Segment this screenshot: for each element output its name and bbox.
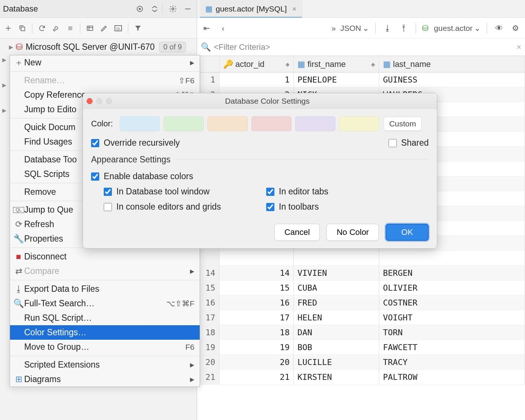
cell-first-name[interactable]: LUCILLE <box>294 355 379 369</box>
menu-diagrams[interactable]: ⊞Diagrams▸ <box>10 372 200 387</box>
color-swatch[interactable] <box>339 116 379 131</box>
color-swatch[interactable] <box>207 116 248 131</box>
gutter-header <box>197 56 219 72</box>
cell-actor-id[interactable]: 18 <box>219 325 294 340</box>
console-icon[interactable]: QL <box>112 22 124 34</box>
cell-last-name[interactable]: COSTNER <box>379 295 525 310</box>
edit-icon[interactable] <box>98 22 110 34</box>
col-last-name[interactable]: ▦last_name <box>379 56 525 72</box>
table-row[interactable]: 1616FREDCOSTNER <box>197 295 525 310</box>
eye-icon[interactable]: 👁 <box>493 22 505 34</box>
gear-icon[interactable] <box>167 3 179 15</box>
refresh-icon[interactable] <box>36 22 48 34</box>
cell-first-name[interactable]: BOB <box>294 340 379 355</box>
enable-colors-checkbox[interactable]: Enable database colors <box>91 171 429 181</box>
cell-first-name[interactable]: KIRSTEN <box>294 370 379 384</box>
col-first-name[interactable]: ▦first_name◆ <box>294 56 379 72</box>
cell-last-name[interactable]: OLIVIER <box>379 281 525 295</box>
cell-actor-id[interactable]: 21 <box>219 370 294 384</box>
menu-run-sql[interactable]: Run SQL Script… <box>10 311 200 325</box>
cell-last-name[interactable]: PALTROW <box>379 370 525 384</box>
in-tool-window-checkbox[interactable]: In Database tool window <box>104 187 266 197</box>
target-icon[interactable] <box>134 3 146 15</box>
cell-actor-id[interactable]: 15 <box>219 281 294 295</box>
clear-icon[interactable]: × <box>516 42 521 52</box>
cell-first-name[interactable]: DAN <box>294 325 379 340</box>
cell-last-name[interactable]: TRACY <box>379 355 525 369</box>
ok-button[interactable]: OK <box>386 224 429 241</box>
cell-actor-id[interactable]: 1 <box>219 72 294 87</box>
table-row[interactable] <box>197 251 525 266</box>
shared-checkbox[interactable]: Shared <box>389 138 429 148</box>
table-row[interactable]: 2020LUCILLETRACY <box>197 355 525 370</box>
cell-last-name[interactable] <box>379 251 525 265</box>
datasource-row[interactable]: ▸ ⛁ Microsoft SQL Server @UNIT-670 0 of … <box>0 39 197 55</box>
filter-icon[interactable] <box>132 22 144 34</box>
close-icon[interactable]: × <box>292 4 296 13</box>
source-dropdown[interactable]: ⛁ guest.actor⌄ <box>422 24 481 33</box>
cell-actor-id[interactable]: 19 <box>219 340 294 355</box>
format-dropdown[interactable]: JSON⌄ <box>340 24 369 33</box>
color-swatch[interactable] <box>120 116 160 131</box>
col-actor-id[interactable]: 🔑actor_id◆ <box>219 56 294 72</box>
menu-move-to-group[interactable]: Move to Group…F6 <box>10 340 200 354</box>
table-row[interactable]: 11PENELOPEGUINESS <box>197 72 525 87</box>
cell-actor-id[interactable] <box>219 251 294 265</box>
wrench-icon[interactable] <box>50 22 62 34</box>
cell-first-name[interactable]: VIVIEN <box>294 266 379 280</box>
cell-first-name[interactable]: PENELOPE <box>294 72 379 87</box>
cell-first-name[interactable] <box>294 251 379 265</box>
menu-export[interactable]: ⭳Export Data to Files <box>10 282 200 296</box>
cell-last-name[interactable]: TORN <box>379 325 525 340</box>
upload-icon[interactable]: ⭱ <box>398 22 410 34</box>
in-editor-tabs-checkbox[interactable]: In editor tabs <box>266 187 429 197</box>
cell-last-name[interactable]: GUINESS <box>379 72 525 87</box>
cell-last-name[interactable]: BERGEN <box>379 266 525 280</box>
cell-last-name[interactable]: VOIGHT <box>379 310 525 325</box>
color-swatch[interactable] <box>251 116 292 131</box>
minimize-icon[interactable] <box>182 3 194 15</box>
table-row[interactable]: 1919BOBFAWCETT <box>197 340 525 355</box>
menu-scripted-ext[interactable]: Scripted Extensions▸ <box>10 358 200 372</box>
copy-icon[interactable] <box>16 22 28 34</box>
custom-color-button[interactable]: Custom <box>384 117 422 131</box>
cell-first-name[interactable]: CUBA <box>294 281 379 295</box>
table-row[interactable]: 2121KIRSTENPALTROW <box>197 370 525 385</box>
menu-new[interactable]: ＋New▸ <box>10 55 200 70</box>
menu-color-settings[interactable]: Color Settings… <box>10 325 200 340</box>
override-checkbox[interactable]: Override recursively <box>91 138 180 148</box>
table-row[interactable]: 1717HELENVOIGHT <box>197 310 525 325</box>
tab-guest-actor[interactable]: ▦ guest.actor [MySQL] × <box>200 0 302 17</box>
table-row[interactable]: 1515CUBAOLIVIER <box>197 281 525 295</box>
dialog-titlebar[interactable]: Database Color Settings <box>83 93 437 109</box>
in-toolbars-checkbox[interactable]: In toolbars <box>266 202 429 212</box>
cell-first-name[interactable]: HELEN <box>294 310 379 325</box>
add-icon[interactable] <box>2 22 14 34</box>
filter-row[interactable]: 🔍 <Filter Criteria> × <box>197 39 525 56</box>
color-swatch[interactable] <box>164 116 204 131</box>
more-icon[interactable]: » <box>332 24 336 33</box>
stop-icon[interactable] <box>64 22 76 34</box>
color-swatch[interactable] <box>295 116 335 131</box>
close-window-icon[interactable] <box>87 98 93 104</box>
collapse-icon[interactable] <box>149 3 161 15</box>
cell-actor-id[interactable]: 14 <box>219 266 294 280</box>
menu-disconnect[interactable]: ■Disconnect <box>10 249 200 264</box>
cell-actor-id[interactable]: 20 <box>219 355 294 369</box>
first-page-icon[interactable]: ⇤ <box>201 22 213 34</box>
menu-fulltext-search[interactable]: 🔍Full-Text Search…⌥⇧⌘F <box>10 296 200 311</box>
svg-text:QL: QL <box>116 26 121 30</box>
cell-actor-id[interactable]: 16 <box>219 295 294 310</box>
cancel-button[interactable]: Cancel <box>274 224 320 241</box>
download-icon[interactable]: ⭳ <box>381 22 393 34</box>
prev-page-icon[interactable]: ‹ <box>217 22 229 34</box>
in-console-checkbox[interactable]: In console editors and grids <box>104 202 266 212</box>
table-row[interactable]: 1818DANTORN <box>197 325 525 340</box>
table-icon[interactable] <box>84 22 96 34</box>
cell-first-name[interactable]: FRED <box>294 295 379 310</box>
cell-last-name[interactable]: FAWCETT <box>379 340 525 355</box>
no-color-button[interactable]: No Color <box>326 224 379 241</box>
gear-icon[interactable]: ⚙ <box>509 22 521 34</box>
cell-actor-id[interactable]: 17 <box>219 310 294 325</box>
table-row[interactable]: 1414VIVIENBERGEN <box>197 266 525 281</box>
